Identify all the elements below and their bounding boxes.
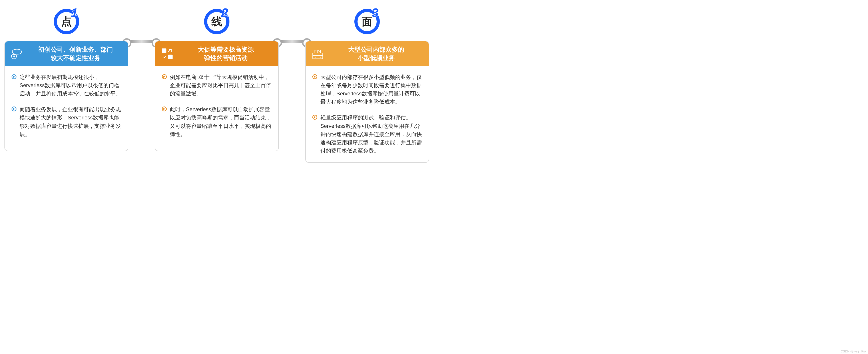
badge-number: 1 [71,5,78,20]
bullet: 轻量级应用程序的测试、验证和评估。Serverless数据库可以帮助这类应用在几… [312,113,422,155]
bullet: 这些业务在发展初期规模还很小，Serverless数据库可以帮用户以很低的门槛启… [11,73,121,98]
card-head: 大型公司内部众多的 小型低频业务 [306,41,429,66]
badge-number: 2 [221,5,228,20]
diagram-row: 1 点 初创公司、创新业务、部门 较大不确定性业务 [4,9,429,163]
badge-char: 面 [362,14,372,29]
chat-send-icon [10,47,24,61]
bullet-marker-icon [312,115,317,120]
card-title: 大型公司内部众多的 小型低频业务 [329,46,424,62]
card-head: 大促等需要极高资源 弹性的营销活动 [155,41,278,66]
bullet: 例如在电商“双十一”等大规模促销活动中，企业可能需要应对比平日高几十甚至上百倍的… [162,73,272,98]
bullet-marker-icon [11,107,17,111]
svg-point-5 [315,57,316,58]
column-1: 1 点 初创公司、创新业务、部门 较大不确定性业务 [4,9,128,151]
bullet: 而随着业务发展，企业很有可能出现业务规模快速扩大的情形，Serverless数据… [11,105,121,138]
card-body: 大型公司内部存在很多小型低频的业务，仅在每年或每月少数时间段需要进行集中数据处理… [306,66,429,163]
bullet: 大型公司内部存在很多小型低频的业务，仅在每年或每月少数时间段需要进行集中数据处理… [312,73,422,106]
card-title: 初创公司、创新业务、部门 较大不确定性业务 [28,46,123,62]
connector-gap [279,9,305,98]
badge-char: 点 [61,14,72,29]
bullet-marker-icon [11,74,17,79]
column-2: 2 线 大促等需要极高资源 弹性的营销活动 [155,9,279,151]
bullet-marker-icon [162,74,167,79]
svg-rect-3 [313,53,322,59]
card-body: 这些业务在发展初期规模还很小，Serverless数据库可以帮用户以很低的门槛启… [5,66,128,151]
storage-box-icon [311,47,325,61]
refresh-cycle-icon [160,47,174,61]
badge-number: 3 [372,5,378,20]
badge-3: 3 面 [305,9,429,34]
column-3: 3 面 大型公司内部众多的 小型低频业务 [305,9,429,163]
card-title: 大促等需要极高资源 弹性的营销活动 [178,46,273,62]
card-body: 例如在电商“双十一”等大规模促销活动中，企业可能需要应对比平日高几十甚至上百倍的… [155,66,278,151]
svg-point-6 [320,57,320,58]
bullet-marker-icon [162,107,167,111]
bullet: 此时，Serverless数据库可以自动扩展容量以应对负载高峰期的需求，而当活动… [162,105,272,138]
bullet-marker-icon [312,74,317,79]
card-head: 初创公司、创新业务、部门 较大不确定性业务 [5,41,128,66]
badge-char: 线 [212,14,222,29]
connector-line [277,40,308,43]
svg-rect-2 [168,55,173,59]
card-3: 大型公司内部众多的 小型低频业务 大型公司内部存在很多小型低频的业务，仅在每年或… [305,41,429,163]
connector-line [126,40,157,43]
connector-gap [128,9,155,98]
badge-1: 1 点 [4,9,128,34]
svg-rect-1 [162,48,166,53]
card-1: 初创公司、创新业务、部门 较大不确定性业务 这些业务在发展初期规模还很小，Ser… [4,41,128,151]
badge-2: 2 线 [155,9,279,34]
card-2: 大促等需要极高资源 弹性的营销活动 例如在电商“双十一”等大规模促销活动中，企业… [155,41,279,151]
